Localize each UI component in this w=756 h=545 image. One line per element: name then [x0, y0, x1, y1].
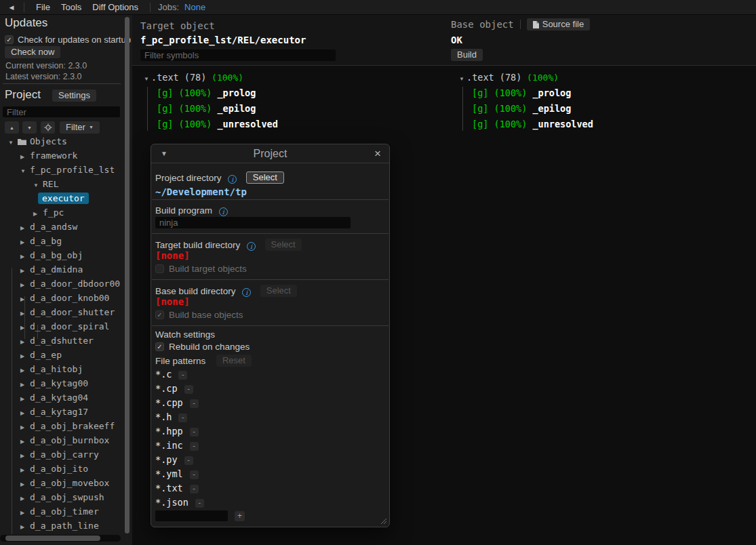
back-button[interactable]: ◀ [5, 2, 18, 13]
base-build-select-button[interactable]: Select [260, 285, 297, 297]
tree-item-f_pc_profile_lst[interactable]: ▼f_pc_profile_lst [0, 163, 132, 177]
source-file-button[interactable]: Source file [527, 18, 590, 31]
tree-expand-icon[interactable]: ▶ [20, 491, 30, 506]
tree-expand-icon[interactable]: ▶ [20, 378, 30, 392]
tree-expand-icon[interactable]: ▶ [20, 292, 30, 306]
menu-diff-options[interactable]: Diff Options [87, 0, 144, 15]
tree-collapse-icon[interactable]: ▼ [8, 136, 18, 150]
tree-item-d_a_path_line[interactable]: ▶d_a_path_line [0, 519, 132, 533]
symbol-row-_epilog[interactable]: [g] (100%) _epilog [140, 101, 432, 117]
tree-item-Objects[interactable]: ▼Objects [0, 134, 132, 148]
remove-pattern-button[interactable]: - [178, 413, 187, 422]
symbol-row-_unresolved[interactable]: [g] (100%) _unresolved [140, 117, 432, 132]
symbol-section-header[interactable]: ▼.text (78) (100%) [140, 70, 432, 85]
sidebar-vertical-scrollbar[interactable] [125, 17, 130, 533]
tree-expand-icon[interactable]: ▶ [33, 207, 43, 221]
tree-item-d_a_andsw[interactable]: ▶d_a_andsw [0, 220, 132, 234]
symbol-section-header[interactable]: ▼.text (78) (100%) [456, 70, 747, 85]
tree-filter-input[interactable] [3, 106, 120, 117]
tree-expand-icon[interactable]: ▶ [20, 306, 30, 321]
target-build-select-button[interactable]: Select [265, 239, 302, 251]
tree-item-d_a_kytag17[interactable]: ▶d_a_kytag17 [0, 405, 132, 419]
tree-expand-icon[interactable]: ▶ [20, 235, 30, 249]
symbol-filter-input[interactable] [140, 49, 336, 61]
tree-item-d_a_bg[interactable]: ▶d_a_bg [0, 234, 132, 248]
symbol-row-_unresolved[interactable]: [g] (100%) _unresolved [456, 117, 747, 132]
tree-item-d_a_ep[interactable]: ▶d_a_ep [0, 348, 132, 362]
tree-item-d_a_obj_carry[interactable]: ▶d_a_obj_carry [0, 447, 132, 462]
checkbox[interactable]: ✓ [155, 342, 164, 351]
tree-expand-icon[interactable]: ▶ [20, 321, 30, 335]
tree-item-d_a_kytag04[interactable]: ▶d_a_kytag04 [0, 390, 132, 405]
reset-patterns-button[interactable]: Reset [216, 355, 252, 367]
symbol-row-_epilog[interactable]: [g] (100%) _epilog [456, 101, 747, 117]
tree-item-d_a_obj_swpush[interactable]: ▶d_a_obj_swpush [0, 490, 132, 504]
menu-tools[interactable]: Tools [56, 0, 87, 15]
tree-item-d_a_obj_ito[interactable]: ▶d_a_obj_ito [0, 462, 132, 476]
tree-expand-icon[interactable]: ▶ [20, 392, 30, 406]
nav-up-button[interactable]: ▲ [5, 121, 19, 134]
section-collapse-icon[interactable]: ▼ [459, 71, 466, 87]
remove-pattern-button[interactable]: - [190, 399, 199, 408]
tree-item-REL[interactable]: ▼REL [0, 177, 132, 191]
new-pattern-input[interactable] [155, 510, 228, 521]
tree-expand-icon[interactable]: ▶ [20, 278, 30, 292]
rebuild-on-changes-checkbox[interactable]: ✓ Rebuild on changes [155, 342, 385, 352]
remove-pattern-button[interactable]: - [184, 385, 193, 394]
tree-item-executor[interactable]: executor [0, 191, 132, 205]
build-target-objects-checkbox[interactable]: ✓ Build target objects [155, 264, 385, 274]
project-directory-select-button[interactable]: Select [246, 171, 284, 184]
remove-pattern-button[interactable]: - [190, 470, 199, 479]
tree-expand-icon[interactable]: ▶ [20, 435, 30, 449]
tree-expand-icon[interactable]: ▶ [20, 520, 30, 534]
add-pattern-button[interactable]: + [235, 511, 245, 521]
tree-expand-icon[interactable]: ▶ [20, 150, 30, 164]
tree-item-d_a_bg_obj[interactable]: ▶d_a_bg_obj [0, 248, 132, 262]
tree-expand-icon[interactable]: ▶ [20, 463, 30, 477]
menu-file[interactable]: File [31, 0, 56, 15]
tree-item-d_a_door_shutter[interactable]: ▶d_a_door_shutter [0, 305, 132, 319]
build-program-input[interactable] [155, 217, 351, 228]
tree-item-d_a_kytag00[interactable]: ▶d_a_kytag00 [0, 376, 132, 390]
tree-expand-icon[interactable]: ▶ [20, 221, 30, 235]
remove-pattern-button[interactable]: - [190, 428, 199, 437]
tree-item-framework[interactable]: ▶framework [0, 148, 132, 163]
dialog-titlebar[interactable]: ▼ Project × [151, 144, 389, 163]
tree-item-d_a_door_spiral[interactable]: ▶d_a_door_spiral [0, 319, 132, 334]
tree-filter-dropdown[interactable]: Filter ▼ [60, 121, 100, 134]
remove-pattern-button[interactable]: - [190, 485, 199, 493]
tree-expand-icon[interactable]: ▶ [20, 335, 30, 349]
updates-startup-checkbox[interactable]: ✓ Check for updates on startup [5, 35, 131, 45]
tree-item-d_a_door_knob00[interactable]: ▶d_a_door_knob00 [0, 291, 132, 305]
tree-expand-icon[interactable]: ▶ [20, 249, 30, 264]
sidebar-horizontal-scrollbar[interactable] [0, 535, 121, 542]
symbol-row-_prolog[interactable]: [g] (100%) _prolog [140, 85, 432, 101]
tree-item-d_a_obj_burnbox[interactable]: ▶d_a_obj_burnbox [0, 433, 132, 447]
checkbox[interactable]: ✓ [155, 264, 164, 273]
tree-expand-icon[interactable]: ▶ [20, 477, 30, 491]
check-now-button[interactable]: Check now [5, 46, 60, 58]
section-collapse-icon[interactable]: ▼ [144, 71, 151, 87]
tree-expand-icon[interactable]: ▶ [20, 406, 30, 420]
tree-item-f_pc[interactable]: ▶f_pc [0, 205, 132, 220]
remove-pattern-button[interactable]: - [178, 371, 187, 380]
resize-handle[interactable] [379, 517, 387, 525]
scrollbar-thumb[interactable] [5, 536, 100, 541]
tree-expand-icon[interactable]: ▶ [20, 363, 30, 378]
locate-current-button[interactable] [41, 121, 55, 134]
remove-pattern-button[interactable]: - [190, 442, 199, 451]
tree-item-d_a_door_dbdoor00[interactable]: ▶d_a_door_dbdoor00 [0, 277, 132, 291]
tree-item-d_a_dshutter[interactable]: ▶d_a_dshutter [0, 334, 132, 348]
build-button[interactable]: Build [451, 49, 483, 61]
tree-item-d_a_obj_timer[interactable]: ▶d_a_obj_timer [0, 504, 132, 519]
tree-expand-icon[interactable]: ▶ [20, 349, 30, 363]
nav-down-button[interactable]: ▼ [22, 121, 37, 134]
tree-expand-icon[interactable]: ▶ [20, 264, 30, 278]
checkbox[interactable]: ✓ [155, 310, 164, 319]
tree-item-d_a_dmidna[interactable]: ▶d_a_dmidna [0, 262, 132, 277]
tree-item-d_a_hitobj[interactable]: ▶d_a_hitobj [0, 362, 132, 376]
info-icon[interactable]: i [228, 175, 237, 184]
tree-item-d_a_obj_movebox[interactable]: ▶d_a_obj_movebox [0, 476, 132, 490]
remove-pattern-button[interactable]: - [184, 456, 193, 465]
tree-collapse-icon[interactable]: ▼ [33, 178, 43, 193]
